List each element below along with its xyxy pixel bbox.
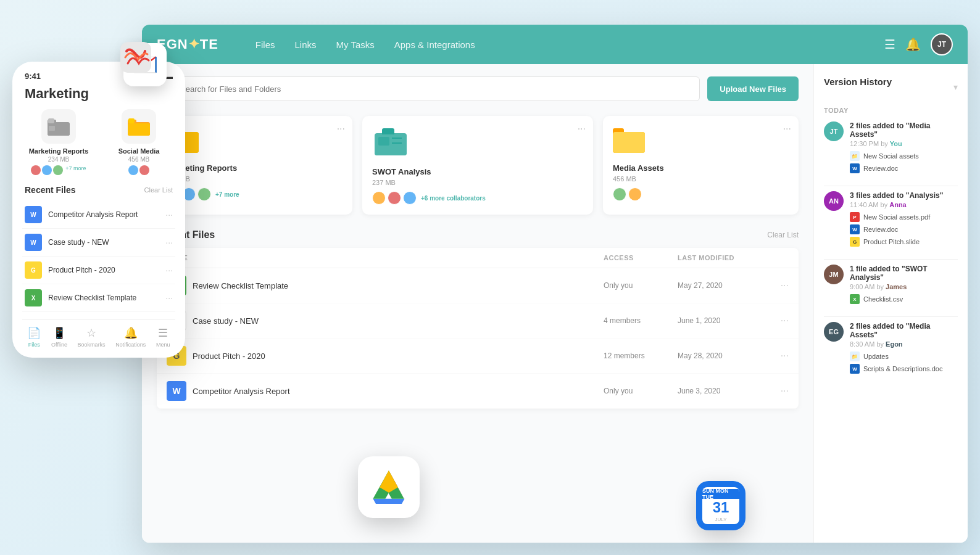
phone-file-4[interactable]: X Review Checklist Template ···	[22, 284, 175, 312]
folder-size-media: 456 MB	[613, 175, 789, 183]
version-title-3: 1 file added to "SWOT Analysis"	[850, 265, 958, 282]
file-row-4[interactable]: W Competitor Analysis Report Only you Ju…	[157, 374, 799, 409]
swot-avatar-1	[372, 191, 386, 205]
phone-folder-avatars-marketing: +7 more	[31, 165, 86, 175]
phone-nav-menu-icon: ☰	[158, 326, 168, 340]
phone-file-3[interactable]: G Product Pitch - 2020 ···	[22, 257, 175, 284]
version-by-3: James	[886, 283, 907, 290]
phone-folder-social[interactable]: Social Media 456 MB	[102, 109, 175, 175]
file-access-2: 4 members	[604, 316, 678, 325]
vf-name-1-1: New Social assets	[863, 152, 919, 160]
phone-file-menu-4[interactable]: ···	[165, 293, 173, 303]
gcal-floating-icon[interactable]: SUN MON TUE 31 JULY	[696, 481, 745, 530]
clear-list-button[interactable]: Clear List	[767, 231, 799, 239]
file-menu-3[interactable]: ···	[764, 350, 789, 361]
app-icon-red[interactable]	[120, 42, 151, 73]
version-history-title: Version History	[824, 76, 892, 87]
folder-card-media[interactable]: ··· Media Assets 456 MB	[603, 116, 799, 215]
avatar-3	[53, 165, 63, 175]
folder-name-swot: SWOT Analysis	[372, 167, 583, 176]
browser-window: EGN✦TE Files Links My Tasks Apps & Integ…	[142, 25, 968, 543]
phone-nav-bookmarks-icon: ☆	[86, 326, 96, 340]
upload-button[interactable]: Upload New Files	[707, 76, 799, 101]
nav-files[interactable]: Files	[255, 39, 275, 50]
logo-highlight: ✦	[188, 36, 200, 52]
phone-nav-files-label: Files	[28, 342, 40, 348]
folder-menu-media[interactable]: ···	[783, 123, 791, 134]
phone-file-name-1: Competitor Analysis Report	[48, 210, 165, 219]
nav-apps[interactable]: Apps & Integrations	[394, 39, 475, 50]
file-menu-2[interactable]: ···	[764, 315, 789, 326]
user-avatar[interactable]: JT	[931, 33, 953, 56]
file-menu-4[interactable]: ···	[764, 385, 789, 397]
nav-links-item[interactable]: Links	[294, 39, 316, 50]
folder-card-marketing[interactable]: ··· Marketing Reports 234 MB	[157, 116, 352, 215]
bell-icon[interactable]: 🔔	[905, 37, 921, 52]
folder-icon-media	[613, 126, 789, 158]
hamburger-icon[interactable]: ☰	[884, 37, 895, 52]
phone-recent-header: Recent Files Clear List	[22, 185, 175, 195]
file-date-4: June 3, 2020	[678, 387, 764, 395]
gdrive-floating-icon[interactable]	[358, 456, 420, 518]
svg-rect-21	[613, 132, 645, 153]
recent-files-header: Recent Files Clear List	[157, 229, 799, 240]
version-action-3: 1 file added to	[850, 265, 902, 273]
version-folder-2: "Analysis"	[906, 191, 944, 200]
phone-file-menu-3[interactable]: ···	[165, 265, 173, 275]
vf-name-2-2: Review.doc	[863, 226, 898, 233]
phone-nav-menu-label: Menu	[156, 342, 170, 348]
version-avatar-3: JM	[824, 265, 844, 284]
search-bar: 🔍 Upload New Files	[157, 76, 799, 101]
phone-file-menu-1[interactable]: ···	[165, 210, 173, 220]
phone-file-menu-2[interactable]: ···	[165, 237, 173, 247]
phone-nav-offline[interactable]: 📱 Offline	[51, 326, 67, 348]
nav-tasks[interactable]: My Tasks	[336, 39, 375, 50]
file-row-2[interactable]: Case study - NEW 4 members June 1, 2020 …	[157, 303, 799, 339]
phone-folder-name-marketing: Marketing Reports	[29, 147, 89, 155]
center-content: 🔍 Upload New Files ···	[142, 64, 813, 543]
version-entry-2: AN 3 files added to "Analysis" 11:40 AM …	[824, 191, 958, 247]
file-access-4: Only you	[604, 387, 678, 395]
phone-nav-notifications[interactable]: 🔔 Notifications	[115, 326, 146, 348]
file-row-3[interactable]: G Product Pitch - 2020 12 members May 28…	[157, 339, 799, 374]
phone-folder-size-marketing: 234 MB	[48, 156, 69, 163]
folder-menu-marketing[interactable]: ···	[337, 123, 345, 134]
version-time-2: 11:40 AM by Anna	[850, 201, 958, 208]
folder-menu-swot[interactable]: ···	[578, 123, 586, 134]
nav-right: ☰ 🔔 JT	[884, 33, 953, 56]
phone-folder-marketing[interactable]: Marketing Reports 234 MB +7 more	[22, 109, 95, 175]
today-label: TODAY	[824, 107, 958, 114]
phone-nav-offline-icon: 📱	[52, 326, 66, 340]
version-entry-1: JT 2 files added to "Media Assets" 12:30…	[824, 121, 958, 173]
search-input[interactable]	[180, 84, 692, 94]
file-name-3: Product Pitch - 2020	[193, 352, 265, 361]
version-history-sidebar: Version History ▾ TODAY JT 2 files added…	[813, 64, 968, 543]
folder-card-swot[interactable]: ··· SWOT Analysis 237 MB	[362, 116, 593, 215]
svg-rect-10	[128, 118, 135, 123]
version-title-1: 2 files added to "Media Assets"	[850, 121, 958, 139]
phone-file-2[interactable]: W Case study - NEW ···	[22, 229, 175, 257]
version-avatar-2: AN	[824, 191, 844, 211]
top-navigation: EGN✦TE Files Links My Tasks Apps & Integ…	[142, 25, 968, 64]
files-table: NAME ACCESS LAST MODIFIED X Review Check…	[157, 248, 799, 409]
phone-nav-files[interactable]: 📄 Files	[27, 326, 41, 348]
swot-avatar-3	[403, 191, 417, 205]
file-menu-1[interactable]: ···	[764, 280, 789, 291]
sidebar-collapse-icon[interactable]: ▾	[953, 82, 958, 92]
file-row-1[interactable]: X Review Checklist Template Only you May…	[157, 268, 799, 303]
phone-nav-bookmarks[interactable]: ☆ Bookmarks	[78, 326, 106, 348]
phone-clear-list[interactable]: Clear List	[144, 186, 173, 194]
search-input-wrapper[interactable]: 🔍	[157, 76, 700, 101]
version-files-3: X Checklist.csv	[850, 294, 958, 304]
folder-size-marketing: 234 MB	[167, 175, 343, 183]
col-actions	[764, 254, 789, 261]
file-access-3: 12 members	[604, 352, 678, 360]
svg-rect-7	[49, 126, 55, 131]
file-date-3: May 28, 2020	[678, 352, 764, 360]
folder-avatars-media	[613, 187, 789, 201]
vf-icon-4-1: 📁	[850, 352, 860, 361]
svg-rect-18	[378, 137, 389, 146]
vf-name-2-3: Product Pitch.slide	[863, 238, 920, 245]
phone-nav-menu[interactable]: ☰ Menu	[156, 326, 170, 348]
phone-file-1[interactable]: W Competitor Analysis Report ···	[22, 201, 175, 229]
